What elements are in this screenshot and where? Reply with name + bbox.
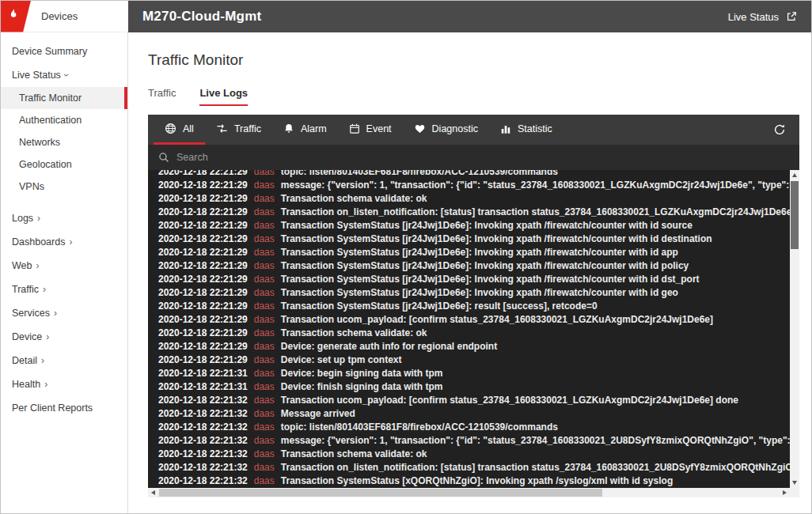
refresh-button[interactable] [765, 115, 794, 145]
log-message: message: {"version": 1, "transaction": {… [281, 180, 790, 191]
filter-tab-label: Traffic [234, 123, 261, 134]
sidebar-item-networks[interactable]: Networks [1, 131, 127, 153]
log-timestamp: 2020-12-18 22:21:32 [158, 408, 248, 419]
live-status-label: Live Status [728, 11, 779, 23]
chevron-right-icon: › [54, 308, 57, 318]
sidebar-item-logs[interactable]: Logs› [1, 206, 127, 230]
sidebar-item-services[interactable]: Services› [1, 301, 127, 325]
sidebar-item-dashboards[interactable]: Dashboards› [1, 230, 127, 254]
search-bar [148, 145, 799, 170]
log-timestamp: 2020-12-18 22:21:29 [158, 287, 248, 298]
watchguard-logo [1, 1, 31, 32]
sidebar-item-device-summary[interactable]: Device Summary [1, 40, 127, 63]
vertical-scrollbar[interactable] [790, 170, 799, 488]
log-timestamp: 2020-12-18 22:21:29 [158, 300, 248, 312]
tab-traffic[interactable]: Traffic [148, 87, 176, 106]
log-source: daas [254, 408, 275, 419]
log-row: 2020-12-18 22:21:29daasTransaction ucom_… [148, 313, 790, 327]
sidebar-item-per-client-reports[interactable]: Per Client Reports [1, 396, 127, 420]
page-title: Traffic Monitor [148, 51, 799, 69]
log-row: 2020-12-18 22:21:32daasTransaction ucom_… [148, 394, 790, 407]
tab-live-logs[interactable]: Live Logs [199, 87, 248, 106]
log-message: Transaction SystemStatus [jr24Jwj1De6e]:… [281, 300, 598, 312]
sidebar-item-label: Networks [19, 137, 60, 148]
sidebar-item-vpns[interactable]: VPNs [1, 176, 127, 198]
sidebar-item-health[interactable]: Health› [1, 372, 127, 396]
brand-label[interactable]: Devices [41, 10, 78, 22]
log-source: daas [254, 368, 275, 379]
log-message: Transaction SystemStatus [jr24Jwj1De6e]:… [281, 287, 678, 298]
filter-tab-event[interactable]: Event [338, 115, 403, 145]
main-content: Traffic Monitor Traffic Live Logs AllTra… [128, 32, 811, 513]
vertical-scrollbar-thumb[interactable] [791, 181, 799, 249]
sidebar-nav: Device SummaryLive Status›Traffic Monito… [1, 32, 128, 513]
log-message: Device: finish signing data with tpm [281, 381, 443, 392]
log-source: daas [254, 193, 275, 204]
filter-tab-diagnostic[interactable]: Diagnostic [403, 115, 489, 145]
sidebar-item-label: Web [12, 260, 32, 271]
log-row: 2020-12-18 22:21:29daasTransaction Syste… [148, 259, 790, 273]
log-source: daas [254, 260, 275, 271]
scroll-up-arrow-icon[interactable] [792, 173, 797, 177]
filter-tab-alarm[interactable]: Alarm [272, 115, 338, 145]
sidebar-item-label: Logs [12, 213, 33, 224]
sidebar-item-web[interactable]: Web› [1, 254, 127, 278]
traffic-arrows-icon [216, 123, 228, 134]
log-message: Transaction SystemStatus [jr24Jwj1De6e]:… [281, 260, 689, 271]
log-source: daas [254, 381, 275, 392]
log-source: daas [254, 300, 275, 312]
log-row: 2020-12-18 22:21:29daasTransaction Syste… [148, 300, 790, 313]
search-input[interactable] [176, 152, 789, 163]
filter-tab-label: All [183, 123, 194, 134]
sidebar-item-live-status[interactable]: Live Status› [1, 63, 127, 87]
filter-tab-statistic[interactable]: Statistic [489, 115, 563, 145]
sidebar-item-traffic[interactable]: Traffic› [1, 278, 127, 301]
log-row: 2020-12-18 22:21:29daasTransaction schem… [148, 327, 790, 340]
globe-icon [165, 123, 176, 134]
log-timestamp: 2020-12-18 22:21:29 [158, 341, 248, 352]
filter-tab-traffic[interactable]: Traffic [205, 115, 272, 145]
sidebar-item-authentication[interactable]: Authentication [1, 109, 127, 131]
log-row: 2020-12-18 22:21:29daasTransaction Syste… [148, 273, 790, 286]
filter-tab-all[interactable]: All [154, 115, 205, 145]
log-row: 2020-12-18 22:21:32daasTransaction schem… [148, 448, 790, 461]
log-row: 2020-12-18 22:21:29daasmessage: {"versio… [148, 179, 790, 192]
external-link-icon [786, 11, 797, 22]
sidebar-item-label: VPNs [19, 181, 44, 192]
log-message: message: {"version": 1, "transaction": {… [281, 435, 790, 446]
log-timestamp: 2020-12-18 22:21:29 [158, 260, 248, 271]
tab-bar: Traffic Live Logs [148, 87, 799, 106]
sidebar-item-traffic-monitor[interactable]: Traffic Monitor [1, 87, 127, 109]
log-timestamp: 2020-12-18 22:21:29 [158, 193, 248, 204]
log-timestamp: 2020-12-18 22:21:29 [158, 206, 248, 217]
log-message: Transaction ucom_payload: [confirm statu… [281, 314, 713, 325]
sidebar-item-device[interactable]: Device› [1, 325, 127, 349]
horizontal-scrollbar-thumb[interactable] [159, 489, 602, 497]
brand-area[interactable]: Devices [1, 1, 128, 32]
log-timestamp: 2020-12-18 22:21:31 [158, 368, 248, 379]
chevron-right-icon: › [43, 285, 46, 294]
sidebar-item-label: Device [12, 331, 42, 342]
log-source: daas [254, 327, 275, 338]
horizontal-scrollbar[interactable] [148, 488, 799, 497]
log-source: daas [254, 287, 275, 298]
log-message: Device: begin signing data with tpm [281, 368, 443, 379]
sidebar-item-detail[interactable]: Detail› [1, 349, 127, 372]
scroll-right-arrow-icon[interactable] [783, 490, 787, 495]
log-message: Transaction SystemStatus [jr24Jwj1De6e]:… [281, 247, 678, 258]
scroll-left-arrow-icon[interactable] [151, 490, 155, 495]
filter-tab-label: Event [366, 123, 392, 134]
log-row: 2020-12-18 22:21:29daasTransaction Syste… [148, 286, 790, 300]
log-timestamp: 2020-12-18 22:21:32 [158, 462, 248, 473]
top-bar: Devices M270-Cloud-Mgmt Live Status [1, 1, 811, 32]
scroll-down-arrow-icon[interactable] [792, 481, 797, 485]
live-status-link[interactable]: Live Status [728, 11, 797, 23]
sidebar-item-label: Device Summary [12, 46, 87, 57]
search-icon [158, 152, 169, 163]
sidebar-item-label: Geolocation [19, 159, 72, 170]
log-timestamp: 2020-12-18 22:21:29 [158, 220, 248, 231]
sidebar-item-geolocation[interactable]: Geolocation [1, 153, 127, 176]
chevron-right-icon: › [44, 380, 47, 389]
log-row: 2020-12-18 22:21:32daasmessage: {"versio… [148, 434, 790, 448]
log-timestamp: 2020-12-18 22:21:32 [158, 448, 248, 459]
